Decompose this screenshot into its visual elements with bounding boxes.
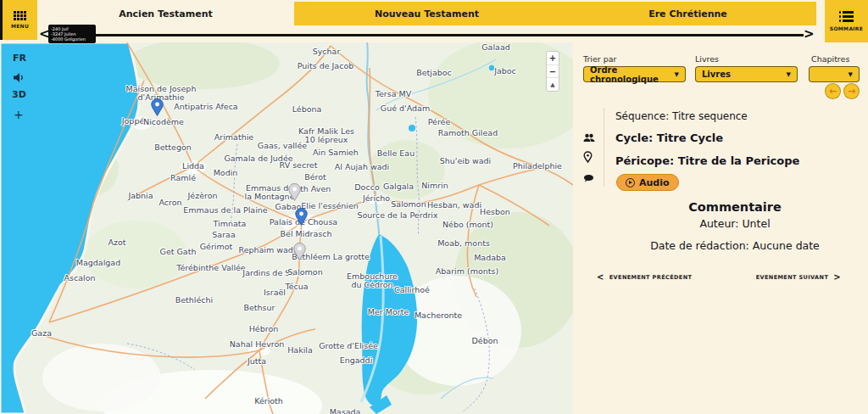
commentary-title: Commentaire (615, 200, 854, 214)
map-label: Térébinthe Vallée (176, 264, 245, 272)
divider (604, 108, 604, 187)
commentary-date: Date de rédaction: Aucune date (615, 239, 854, 252)
tab-nouveau-testament[interactable]: Nouveau Testament (294, 2, 559, 25)
map-label: Lidda (182, 162, 204, 171)
next-arrow-button[interactable]: → (843, 83, 860, 99)
map-pin-gray[interactable] (288, 183, 301, 204)
commentary-author: Auteur: Untel (615, 217, 854, 230)
next-event-label: EVENEMENT SUIVANT (756, 274, 829, 281)
previous-arrow-button[interactable]: ← (825, 83, 841, 99)
chevron-down-icon: ▼ (849, 71, 853, 78)
map-label: Jéricho (363, 194, 390, 203)
location-pin-icon (583, 150, 595, 162)
chevron-down-icon: ▼ (675, 71, 679, 78)
map-label: Hébron (249, 325, 279, 333)
compass-needle-button[interactable]: ▲ (547, 78, 559, 91)
map-label: Mer Morte (368, 308, 409, 316)
next-event-button[interactable]: EVENEMENT SUIVANT > (756, 272, 841, 282)
map-label: Ascalon (64, 274, 96, 283)
map-label: Timnata (214, 220, 247, 228)
map-label: Salomon (391, 200, 426, 209)
audio-label: Audio (639, 177, 670, 188)
map-label: Antipatris Afeca (174, 103, 237, 111)
tab-ancien-testament[interactable]: Ancien Testament (37, 2, 294, 25)
menu-button[interactable]: MENU (0, 0, 37, 40)
tab-label: Nouveau Testament (375, 8, 479, 20)
map-label: Kafr Malik Les 10 lépreux (298, 127, 354, 144)
map-label: Betjaboc (416, 69, 452, 77)
map-label: Ramoth Gilead (438, 129, 498, 137)
map-label: Técua (285, 283, 308, 291)
sound-toggle-icon[interactable] (13, 70, 24, 87)
map-label: Moab, monts (437, 239, 490, 248)
map-zoom-control: + − ▲ (546, 51, 559, 92)
map-label: Get Gath (160, 248, 197, 256)
mode-3d-toggle[interactable]: 3D (12, 89, 26, 100)
sommaire-button[interactable]: SOMMAIRE (825, 0, 868, 42)
audio-button[interactable]: Audio (616, 174, 679, 191)
tab-ere-chretienne[interactable]: Ere Chrétienne (559, 2, 816, 25)
sort-label: Trier par (583, 54, 616, 64)
sequence-text: Séquence: Titre sequence (615, 110, 748, 122)
map-label: Jézèron (187, 192, 217, 200)
map-label: Galaad (481, 43, 510, 52)
map-label: Grotte d'Elisée (319, 342, 378, 350)
add-control[interactable]: + (14, 108, 24, 121)
map-label: Abarim (monts) (436, 267, 498, 276)
map-pin-blue[interactable] (151, 98, 164, 120)
previous-event-button[interactable]: < EVENEMENT PRÉCÉDENT (597, 272, 692, 282)
map-pin-gray[interactable] (293, 243, 306, 264)
chapters-label: Chapitres (811, 54, 849, 64)
speech-bubble-icon (583, 171, 595, 183)
chevron-right-icon: > (833, 272, 841, 282)
language-toggle[interactable]: FR (13, 53, 26, 64)
map-label: Azot (108, 238, 125, 247)
map-label: Al Aujah wadi (335, 163, 389, 171)
list-icon (839, 11, 854, 22)
books-label: Livres (695, 54, 719, 64)
map-pin-blue[interactable] (295, 208, 308, 229)
map-label: RV secret (280, 161, 318, 170)
map-label: Elie l'essénien (301, 202, 359, 210)
chapters-dropdown[interactable]: ▼ (809, 66, 860, 82)
map-label: Callirhoé (394, 286, 430, 294)
map-label: Hesban, wadi (427, 201, 481, 210)
zoom-out-button[interactable]: − (547, 65, 559, 79)
sort-dropdown[interactable]: Ordre chronologique ▼ (583, 66, 686, 82)
cycle-text: Cycle: Titre Cycle (615, 131, 723, 144)
map-label: Gué d'Adam (381, 104, 430, 113)
map-label: Kérioth (254, 397, 283, 406)
map-canvas[interactable]: Maison de Joseph d'ArimathieJoppéNicodèm… (0, 42, 573, 414)
timeline-date-tooltip: -240 Juif -3247 Julien -4000 Grégorien (48, 25, 96, 43)
map-label: Lébona (292, 105, 322, 114)
map-label: Bérot (304, 173, 326, 182)
details-panel: Trier par Ordre chronologique ▼ Livres L… (573, 42, 868, 414)
map-label: Macheronte (415, 311, 462, 320)
tab-label: Ancien Testament (119, 8, 213, 20)
map-label: Modin (214, 169, 238, 177)
map-label: Engaddi (340, 356, 373, 365)
map-label: Madaba (474, 254, 506, 262)
zoom-in-button[interactable]: + (547, 52, 559, 65)
books-dropdown[interactable]: Livres ▼ (695, 66, 798, 82)
pericope-text: Péricope: Titre de la Pericope (615, 154, 799, 167)
app-root: { "colors": { "accent_yellow":"#F5C427",… (0, 0, 868, 414)
map-label: Galgala (383, 182, 414, 191)
sort-value: Ordre chronologique (590, 65, 675, 84)
map-label: Puits de Jacob (298, 62, 354, 70)
timeline-track[interactable] (95, 34, 804, 36)
map-label: Bethsur (244, 304, 275, 312)
previous-event-label: EVENEMENT PRÉCÉDENT (609, 274, 693, 281)
map-label: Saraa (212, 231, 235, 239)
map-label: Nimrin (421, 182, 448, 190)
map-label: Israël (264, 288, 286, 297)
people-icon (583, 131, 595, 143)
map-label: Sychar (313, 48, 341, 56)
tab-label: Ere Chrétienne (648, 8, 727, 20)
map-label: Docco (354, 183, 379, 192)
map-label: Débon (471, 337, 498, 345)
map-label: Jabnia (128, 192, 153, 200)
timeline-next-arrow[interactable]: > (804, 28, 815, 41)
map-label: Ramlé (170, 174, 196, 182)
map-label: Nébo (mont) (442, 221, 493, 229)
